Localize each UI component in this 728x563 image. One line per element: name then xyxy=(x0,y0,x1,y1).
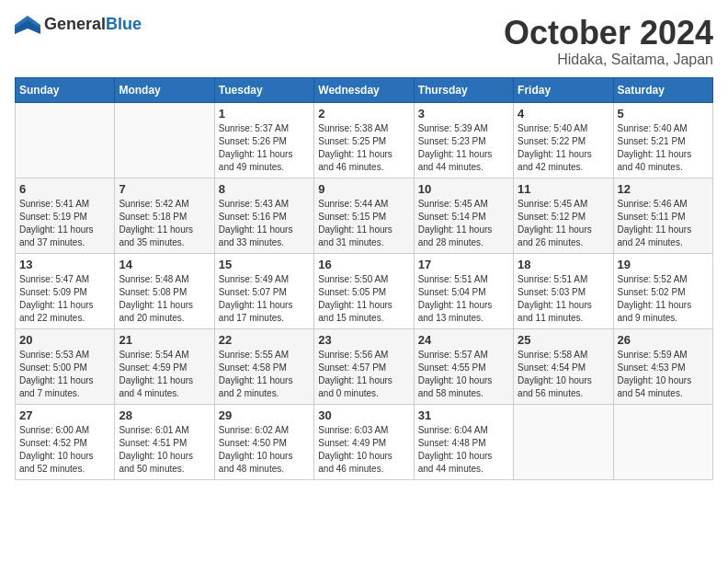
calendar-cell: 25Sunrise: 5:58 AM Sunset: 4:54 PM Dayli… xyxy=(514,328,613,404)
cell-content: Sunrise: 5:59 AM Sunset: 4:53 PM Dayligh… xyxy=(618,349,709,400)
calendar-cell xyxy=(613,404,712,479)
calendar-cell: 6Sunrise: 5:41 AM Sunset: 5:19 PM Daylig… xyxy=(16,178,115,253)
calendar-cell: 24Sunrise: 5:57 AM Sunset: 4:55 PM Dayli… xyxy=(414,328,513,404)
cell-content: Sunrise: 5:44 AM Sunset: 5:15 PM Dayligh… xyxy=(318,198,409,249)
cell-content: Sunrise: 5:50 AM Sunset: 5:05 PM Dayligh… xyxy=(318,273,409,325)
calendar-week-row: 1Sunrise: 5:37 AM Sunset: 5:26 PM Daylig… xyxy=(16,102,713,178)
calendar-cell: 18Sunrise: 5:51 AM Sunset: 5:03 PM Dayli… xyxy=(514,253,613,328)
day-number: 31 xyxy=(418,408,509,422)
cell-content: Sunrise: 5:46 AM Sunset: 5:11 PM Dayligh… xyxy=(618,198,709,249)
cell-content: Sunrise: 5:51 AM Sunset: 5:03 PM Dayligh… xyxy=(518,273,609,325)
day-number: 15 xyxy=(219,258,310,271)
calendar-cell: 9Sunrise: 5:44 AM Sunset: 5:15 PM Daylig… xyxy=(314,178,414,253)
cell-content: Sunrise: 6:03 AM Sunset: 4:49 PM Dayligh… xyxy=(318,424,409,476)
calendar-cell xyxy=(16,102,115,178)
calendar-cell: 29Sunrise: 6:02 AM Sunset: 4:50 PM Dayli… xyxy=(214,404,313,479)
calendar-cell: 14Sunrise: 5:48 AM Sunset: 5:08 PM Dayli… xyxy=(115,253,214,328)
calendar-cell: 2Sunrise: 5:38 AM Sunset: 5:25 PM Daylig… xyxy=(314,102,414,178)
calendar-cell: 3Sunrise: 5:39 AM Sunset: 5:23 PM Daylig… xyxy=(414,102,513,178)
day-number: 3 xyxy=(418,107,509,121)
calendar-cell: 20Sunrise: 5:53 AM Sunset: 5:00 PM Dayli… xyxy=(16,328,115,404)
day-number: 12 xyxy=(618,182,709,196)
day-number: 20 xyxy=(19,333,110,347)
day-number: 27 xyxy=(19,408,110,422)
day-number: 16 xyxy=(318,258,409,271)
calendar-table: SundayMondayTuesdayWednesdayThursdayFrid… xyxy=(15,77,713,480)
cell-content: Sunrise: 6:02 AM Sunset: 4:50 PM Dayligh… xyxy=(219,424,310,476)
calendar-week-row: 6Sunrise: 5:41 AM Sunset: 5:19 PM Daylig… xyxy=(16,178,713,253)
location-title: Hidaka, Saitama, Japan xyxy=(504,52,713,68)
cell-content: Sunrise: 5:40 AM Sunset: 5:21 PM Dayligh… xyxy=(618,122,709,174)
day-number: 8 xyxy=(219,182,310,196)
calendar-cell: 8Sunrise: 5:43 AM Sunset: 5:16 PM Daylig… xyxy=(214,178,313,253)
weekday-header-cell: Wednesday xyxy=(314,77,414,102)
weekday-header-row: SundayMondayTuesdayWednesdayThursdayFrid… xyxy=(16,77,713,102)
calendar-cell: 22Sunrise: 5:55 AM Sunset: 4:58 PM Dayli… xyxy=(214,328,313,404)
cell-content: Sunrise: 6:00 AM Sunset: 4:52 PM Dayligh… xyxy=(19,424,110,476)
calendar-cell: 10Sunrise: 5:45 AM Sunset: 5:14 PM Dayli… xyxy=(414,178,513,253)
cell-content: Sunrise: 5:45 AM Sunset: 5:12 PM Dayligh… xyxy=(518,198,609,249)
cell-content: Sunrise: 5:42 AM Sunset: 5:18 PM Dayligh… xyxy=(119,198,210,249)
day-number: 24 xyxy=(418,333,509,347)
calendar-cell: 30Sunrise: 6:03 AM Sunset: 4:49 PM Dayli… xyxy=(314,404,414,479)
cell-content: Sunrise: 5:57 AM Sunset: 4:55 PM Dayligh… xyxy=(418,349,509,400)
day-number: 5 xyxy=(618,107,709,121)
day-number: 19 xyxy=(618,258,709,271)
cell-content: Sunrise: 6:01 AM Sunset: 4:51 PM Dayligh… xyxy=(119,424,210,476)
day-number: 23 xyxy=(318,333,409,347)
day-number: 13 xyxy=(19,258,110,271)
cell-content: Sunrise: 5:48 AM Sunset: 5:08 PM Dayligh… xyxy=(119,273,210,325)
cell-content: Sunrise: 5:37 AM Sunset: 5:26 PM Dayligh… xyxy=(219,122,310,174)
logo: GeneralBlue xyxy=(15,15,142,34)
title-area: October 2024 Hidaka, Saitama, Japan xyxy=(504,15,713,68)
calendar-cell: 15Sunrise: 5:49 AM Sunset: 5:07 PM Dayli… xyxy=(214,253,313,328)
day-number: 2 xyxy=(318,107,409,121)
calendar-cell: 23Sunrise: 5:56 AM Sunset: 4:57 PM Dayli… xyxy=(314,328,414,404)
day-number: 4 xyxy=(518,107,609,121)
calendar-cell: 1Sunrise: 5:37 AM Sunset: 5:26 PM Daylig… xyxy=(214,102,313,178)
weekday-header-cell: Sunday xyxy=(16,77,115,102)
calendar-cell: 28Sunrise: 6:01 AM Sunset: 4:51 PM Dayli… xyxy=(115,404,214,479)
day-number: 14 xyxy=(119,258,210,271)
day-number: 1 xyxy=(219,107,310,121)
calendar-cell: 5Sunrise: 5:40 AM Sunset: 5:21 PM Daylig… xyxy=(613,102,712,178)
day-number: 22 xyxy=(219,333,310,347)
logo-icon xyxy=(15,16,40,34)
cell-content: Sunrise: 5:49 AM Sunset: 5:07 PM Dayligh… xyxy=(219,273,310,325)
cell-content: Sunrise: 5:53 AM Sunset: 5:00 PM Dayligh… xyxy=(19,349,110,400)
logo-general-text: General xyxy=(44,15,106,33)
calendar-cell: 4Sunrise: 5:40 AM Sunset: 5:22 PM Daylig… xyxy=(514,102,613,178)
calendar-cell xyxy=(115,102,214,178)
calendar-week-row: 20Sunrise: 5:53 AM Sunset: 5:00 PM Dayli… xyxy=(16,328,713,404)
day-number: 25 xyxy=(518,333,609,347)
calendar-week-row: 13Sunrise: 5:47 AM Sunset: 5:09 PM Dayli… xyxy=(16,253,713,328)
cell-content: Sunrise: 6:04 AM Sunset: 4:48 PM Dayligh… xyxy=(418,424,509,476)
weekday-header-cell: Tuesday xyxy=(214,77,313,102)
month-title: October 2024 xyxy=(504,15,713,52)
day-number: 10 xyxy=(418,182,509,196)
day-number: 17 xyxy=(418,258,509,271)
day-number: 30 xyxy=(318,408,409,422)
day-number: 28 xyxy=(119,408,210,422)
weekday-header-cell: Friday xyxy=(514,77,613,102)
day-number: 26 xyxy=(618,333,709,347)
calendar-cell: 27Sunrise: 6:00 AM Sunset: 4:52 PM Dayli… xyxy=(16,404,115,479)
calendar-cell xyxy=(514,404,613,479)
calendar-cell: 19Sunrise: 5:52 AM Sunset: 5:02 PM Dayli… xyxy=(613,253,712,328)
calendar-cell: 26Sunrise: 5:59 AM Sunset: 4:53 PM Dayli… xyxy=(613,328,712,404)
cell-content: Sunrise: 5:55 AM Sunset: 4:58 PM Dayligh… xyxy=(219,349,310,400)
day-number: 18 xyxy=(518,258,609,271)
cell-content: Sunrise: 5:40 AM Sunset: 5:22 PM Dayligh… xyxy=(518,122,609,174)
day-number: 7 xyxy=(119,182,210,196)
day-number: 6 xyxy=(19,182,110,196)
logo-blue-text: Blue xyxy=(106,15,142,33)
cell-content: Sunrise: 5:52 AM Sunset: 5:02 PM Dayligh… xyxy=(618,273,709,325)
calendar-cell: 12Sunrise: 5:46 AM Sunset: 5:11 PM Dayli… xyxy=(613,178,712,253)
day-number: 9 xyxy=(318,182,409,196)
day-number: 21 xyxy=(119,333,210,347)
calendar-cell: 7Sunrise: 5:42 AM Sunset: 5:18 PM Daylig… xyxy=(115,178,214,253)
calendar-cell: 21Sunrise: 5:54 AM Sunset: 4:59 PM Dayli… xyxy=(115,328,214,404)
calendar-cell: 13Sunrise: 5:47 AM Sunset: 5:09 PM Dayli… xyxy=(16,253,115,328)
cell-content: Sunrise: 5:38 AM Sunset: 5:25 PM Dayligh… xyxy=(318,122,409,174)
calendar-cell: 16Sunrise: 5:50 AM Sunset: 5:05 PM Dayli… xyxy=(314,253,414,328)
